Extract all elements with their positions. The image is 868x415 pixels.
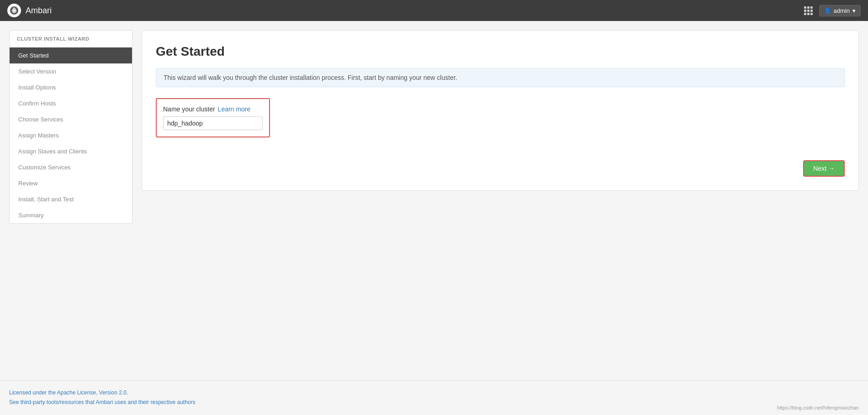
sidebar-item-review[interactable]: Review — [10, 175, 132, 191]
sidebar-item-assign-slaves[interactable]: Assign Slaves and Clients — [10, 143, 132, 159]
sidebar-item-select-version[interactable]: Select Version — [10, 63, 132, 79]
sidebar-item-install-options[interactable]: Install Options — [10, 79, 132, 95]
footer: Licensed under the Apache License, Versi… — [0, 380, 868, 415]
sidebar-item-assign-masters[interactable]: Assign Masters — [10, 127, 132, 143]
sidebar-item-get-started[interactable]: Get Started — [10, 47, 132, 63]
page-title: Get Started — [156, 44, 845, 59]
learn-more-link[interactable]: Learn more — [218, 105, 251, 113]
main-content: CLUSTER INSTALL WIZARD Get Started Selec… — [0, 21, 868, 380]
sidebar: CLUSTER INSTALL WIZARD Get Started Selec… — [9, 30, 132, 224]
cluster-name-input[interactable] — [163, 116, 263, 130]
navbar-right: 👤 admin ▾ — [804, 5, 861, 16]
next-button[interactable]: Next → — [803, 160, 845, 177]
sidebar-header: CLUSTER INSTALL WIZARD — [10, 31, 132, 47]
user-icon: 👤 — [824, 7, 831, 14]
sidebar-item-confirm-hosts[interactable]: Confirm Hosts — [10, 95, 132, 111]
footer-url: https://blog.csdn.net/hifengmiaozhan — [777, 405, 859, 410]
content-area: Get Started This wizard will walk you th… — [142, 30, 859, 191]
navbar: Ambari 👤 admin ▾ — [0, 0, 868, 21]
sidebar-item-install-start-test[interactable]: Install, Start and Test — [10, 191, 132, 207]
sidebar-item-choose-services[interactable]: Choose Services — [10, 111, 132, 127]
navbar-left: Ambari — [7, 4, 52, 17]
user-label: admin — [834, 7, 850, 14]
navbar-logo — [7, 4, 21, 17]
cluster-name-label: Name your cluster Learn more — [163, 105, 263, 113]
footer-license-link[interactable]: Licensed under the Apache License, Versi… — [9, 388, 859, 398]
sidebar-item-customize-services[interactable]: Customize Services — [10, 159, 132, 175]
info-box: This wizard will walk you through the cl… — [156, 68, 845, 87]
footer-third-party-link[interactable]: See third-party tools/resources that Amb… — [9, 398, 859, 408]
user-menu-button[interactable]: 👤 admin ▾ — [819, 5, 861, 16]
sidebar-item-summary[interactable]: Summary — [10, 207, 132, 223]
grid-icon[interactable] — [804, 6, 813, 15]
button-row: Next → — [156, 160, 845, 177]
svg-point-1 — [13, 10, 15, 11]
dropdown-arrow-icon: ▾ — [852, 7, 856, 14]
app-title: Ambari — [26, 6, 52, 16]
cluster-name-section: Name your cluster Learn more — [156, 98, 270, 137]
